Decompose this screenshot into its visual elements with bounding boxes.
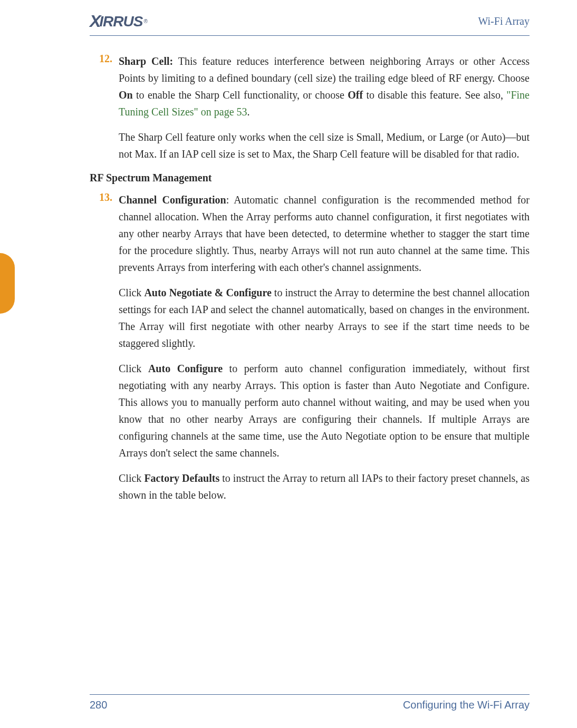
section-heading: RF Spectrum Management [90,172,530,184]
xirrus-logo: XIRRUS® [90,12,147,31]
item-number: 13. [90,191,119,503]
header-product-name: Wi-Fi Array [478,15,530,27]
item-title: Channel Configuration [119,194,226,206]
page-content: 12. Sharp Cell: This feature reduces int… [0,36,530,503]
page-footer: 280 Configuring the Wi-Fi Array [90,694,530,711]
side-tab-decoration [0,253,15,314]
list-item-13: 13. Channel Configuration: Automatic cha… [90,191,530,503]
footer-section-title: Configuring the Wi-Fi Array [403,699,530,711]
item-number: 12. [90,53,119,162]
item-body: Sharp Cell: This feature reduces interfe… [119,53,530,162]
item-body: Channel Configuration: Automatic channel… [119,191,530,503]
page-header: XIRRUS® Wi-Fi Array [90,12,530,36]
page-number: 280 [90,699,107,711]
document-page: XIRRUS® Wi-Fi Array 12. Sharp Cell: This… [0,0,577,728]
list-item-12: 12. Sharp Cell: This feature reduces int… [90,53,530,162]
item-title: Sharp Cell: [119,55,173,67]
